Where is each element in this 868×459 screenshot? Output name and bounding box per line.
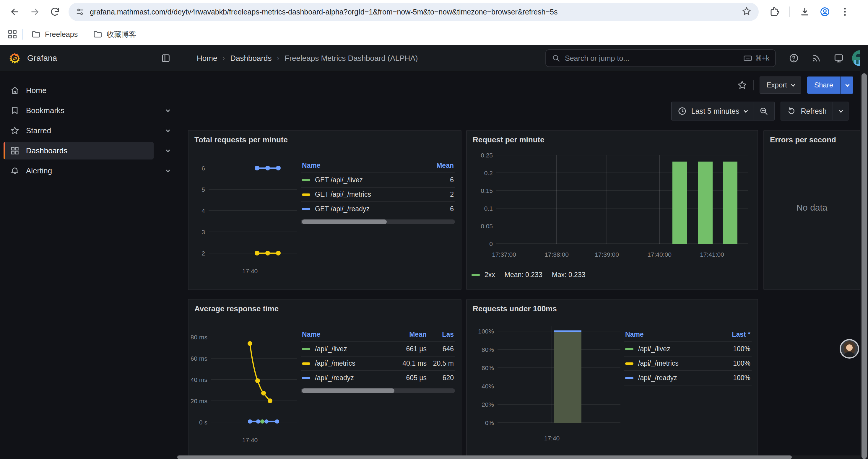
panel-title[interactable]: Average response time [188,299,461,315]
legend-col-last[interactable]: Last * [716,330,750,338]
legend-row[interactable]: GET /api/_/livez 6 [301,172,455,187]
help-icon[interactable] [789,53,799,63]
breadcrumb-separator: › [222,54,225,62]
apps-grid-icon[interactable] [8,30,17,38]
no-data-message: No data [764,145,860,270]
export-button[interactable]: Export [760,76,801,94]
panel-errors-per-second[interactable]: Errors per second No data [764,130,860,290]
legend-row[interactable]: GET /api/_/readyz 6 [301,201,455,216]
bookmark-star-icon[interactable] [742,6,752,19]
breadcrumb-dashboards[interactable]: Dashboards [230,54,272,63]
svg-text:17:37:00: 17:37:00 [492,251,516,258]
zoom-out-button[interactable] [753,102,774,120]
bar-under-100ms [554,332,582,423]
vertical-scrollbar-thumb[interactable] [862,73,867,459]
horizontal-scrollbar[interactable] [177,455,860,459]
grafana-logo[interactable] [8,52,21,65]
profile-icon[interactable] [815,2,835,22]
panel-title[interactable]: Total requests per minute [188,131,461,145]
legend-col-name[interactable]: Name [302,330,392,338]
url-text[interactable]: grafana.mathmast.com/d/deytv4rwavabkb/fr… [90,8,557,16]
panel-title[interactable]: Requests under 100ms [467,299,757,315]
monitor-icon[interactable] [834,53,844,63]
folder-icon [93,30,102,39]
panel-title[interactable]: Errors per second [764,131,860,145]
svg-text:100%: 100% [478,328,494,335]
svg-text:60 ms: 60 ms [191,355,208,362]
sidebar-item-home[interactable]: Home [0,81,177,99]
panel-title[interactable]: Request per minute [467,131,757,145]
svg-text:17:39:00: 17:39:00 [595,251,619,258]
chevron-down-icon [744,109,748,113]
svg-text:0 s: 0 s [199,419,208,426]
legend-col-name[interactable]: Name [302,162,420,169]
search-shortcut: ⌘+k [743,54,769,63]
reload-icon[interactable] [45,2,65,22]
bookmark-folder-freeleaps[interactable]: Freeleaps [31,30,78,39]
legend-scrollbar[interactable] [301,388,455,393]
extensions-icon[interactable] [765,2,785,22]
chevron-down-icon[interactable] [166,128,170,132]
legend-row[interactable]: /api/_/livez 661 µs 646 [301,341,455,356]
sidebar-item-bookmarks[interactable]: Bookmarks [0,102,177,119]
chevron-down-icon[interactable] [166,168,170,172]
sidebar-toggle-icon[interactable] [161,53,171,63]
legend-scrollbar[interactable] [301,220,455,224]
series-color-dash [471,274,480,276]
share-button[interactable]: Share [807,76,840,94]
back-icon[interactable] [5,2,25,22]
site-settings-icon[interactable] [75,7,85,16]
legend-row[interactable]: /api/_/metrics 100% [624,356,752,370]
bell-icon [10,166,20,175]
legend-table: Name Last * /api/_/livez 100% /api/_/met… [624,329,752,455]
panel-avg-response-time[interactable]: Average response time 80 ms 60 ms 40 ms … [188,299,462,459]
news-rss-icon[interactable] [811,53,821,63]
breadcrumb-current: Freeleaps Metrics Dashboard (ALPHA) [285,54,418,63]
downloads-icon[interactable] [795,2,815,22]
chevron-down-icon[interactable] [166,108,170,112]
legend-row[interactable]: /api/_/readyz 605 µs 620 [301,370,455,385]
vertical-scrollbar[interactable] [860,45,868,459]
search-input[interactable]: Search or jump to... ⌘+k [546,49,776,67]
home-icon [10,86,20,95]
assistant-avatar[interactable] [840,339,859,359]
chevron-down-icon[interactable] [166,148,170,153]
refresh-interval-button[interactable] [833,102,848,120]
legend-mean: Mean: 0.233 [505,271,542,279]
forward-icon[interactable] [25,2,45,22]
series-color-dash [625,362,633,365]
legend-row[interactable]: GET /api/_/metrics 2 [301,187,455,201]
favorite-star-icon[interactable] [737,80,747,90]
legend-col-name[interactable]: Name [625,330,716,338]
share-menu-button[interactable] [840,76,853,94]
legend-row[interactable]: /api/_/metrics 40.1 ms 20.5 m [301,356,455,370]
legend-row[interactable]: /api/_/livez 100% [624,341,752,356]
total-requests-chart: 6 5 4 3 2 17:40 [191,145,301,286]
series-readyz-line [255,166,281,170]
address-bar[interactable]: grafana.mathmast.com/d/deytv4rwavabkb/fr… [68,3,759,21]
legend-col-mean[interactable]: Mean [392,330,427,338]
legend-col-last[interactable]: Las [427,330,454,338]
sidebar-item-dashboards[interactable]: Dashboards [0,142,177,160]
legend-row[interactable]: /api/_/readyz 100% [624,370,752,386]
refresh-icon [787,107,796,116]
svg-text:80%: 80% [482,346,494,353]
zoom-out-icon [759,107,768,116]
panel-request-per-minute[interactable]: Request per minute 0.25 0.2 0.15 0.1 0.0… [466,130,758,290]
panel-total-requests[interactable]: Total requests per minute 6 5 4 3 2 [188,130,462,290]
legend-max: Max: 0.233 [552,271,586,279]
browser-menu-icon[interactable] [835,2,855,22]
toolbar-divider [789,6,790,17]
horizontal-scrollbar-thumb[interactable] [177,455,792,459]
panel-under-100ms[interactable]: Requests under 100ms 100% 80% 60% 40% 20… [466,299,758,459]
legend-item-2xx[interactable]: 2xx [471,271,495,279]
breadcrumb-home[interactable]: Home [197,54,217,63]
sidebar-item-alerting[interactable]: Alerting [0,162,177,179]
sidebar-item-starred[interactable]: Starred [0,122,177,139]
svg-text:4: 4 [202,207,205,214]
time-range-picker[interactable]: Last 5 minutes [672,102,753,120]
search-placeholder: Search or jump to... [565,54,743,63]
legend-col-mean[interactable]: Mean [420,162,454,169]
refresh-button[interactable]: Refresh [781,102,833,120]
bookmark-folder-blogs[interactable]: 收藏博客 [93,30,136,39]
